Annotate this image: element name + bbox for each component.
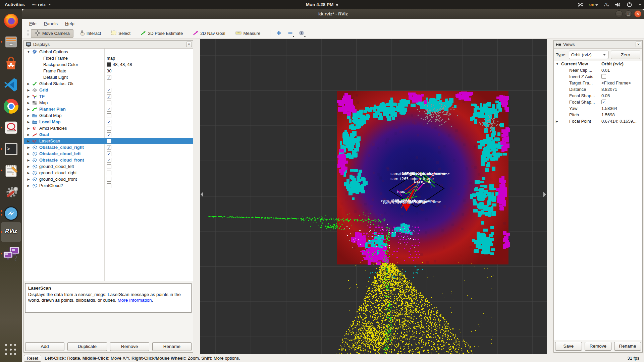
property-value[interactable]: 0.67414; 0.1659... (601, 119, 637, 124)
rename-button[interactable]: Rename (152, 342, 192, 351)
tool-eye-button[interactable] (297, 29, 307, 38)
property-value[interactable]: 1.58364 (601, 106, 617, 111)
close-button[interactable]: ✕ (634, 10, 641, 17)
visibility-checkbox[interactable] (107, 171, 111, 175)
remove-tool-minus-button[interactable] (285, 29, 295, 38)
display-row-fixed-frame[interactable]: Fixed Framemap (24, 55, 193, 61)
dock-item-firefox[interactable] (3, 12, 19, 28)
display-row-local-map[interactable]: ▶Local Map✓ (24, 119, 193, 125)
expander-icon[interactable]: ▼ (556, 62, 559, 66)
visibility-checkbox[interactable]: ✓ (107, 152, 111, 156)
indicator-zigzag-icon[interactable] (577, 2, 584, 7)
volume-icon[interactable] (615, 2, 621, 7)
property-checkbox[interactable]: ✓ (601, 100, 606, 104)
display-row-global-map[interactable]: ▶Global Map (24, 112, 193, 119)
dock-item-terminal[interactable]: >_ (3, 141, 19, 157)
expander-icon[interactable]: ▶ (26, 82, 31, 85)
view-row-distance[interactable]: Distance8.82071 (554, 87, 642, 93)
visibility-checkbox[interactable]: ✓ (107, 145, 111, 150)
add-tool-plus-button[interactable] (274, 29, 284, 38)
expander-icon[interactable]: ▶ (26, 178, 31, 181)
render-viewport-3d[interactable]: cam_t265_odom_framecam_t265_odom_frameca… (200, 39, 547, 354)
dock-item-files[interactable] (3, 34, 19, 50)
expander-icon[interactable]: ▶ (26, 127, 31, 130)
visibility-checkbox[interactable] (107, 126, 111, 131)
view-row-focal-point[interactable]: ▶Focal Point0.67414; 0.1659... (554, 119, 642, 125)
display-row-map[interactable]: ▶Map (24, 100, 193, 106)
view-row-focal-shap-[interactable]: Focal Shap...0.05 (554, 93, 642, 100)
display-row-global-options[interactable]: ▼Global Options (24, 49, 193, 55)
property-checkbox[interactable] (601, 74, 606, 79)
visibility-checkbox[interactable]: ✓ (107, 94, 111, 99)
view-type-dropdown[interactable]: Orbit (rviz) (569, 51, 608, 59)
display-row-amcl-particles[interactable]: ▶Amcl Particles (24, 125, 193, 131)
toolbar-grip[interactable] (27, 30, 29, 37)
visibility-checkbox[interactable] (107, 113, 111, 118)
visibility-checkbox[interactable] (107, 177, 111, 182)
minimize-button[interactable]: — (615, 10, 623, 17)
menu-panels[interactable]: Panels (41, 20, 61, 27)
visibility-checkbox[interactable] (107, 183, 111, 188)
property-value[interactable]: 1.5698 (601, 112, 615, 117)
view-row-current-view[interactable]: ▼Current ViewOrbit (rviz) (554, 61, 642, 68)
remove-button[interactable]: Remove (585, 342, 611, 351)
zero-button[interactable]: Zero (611, 51, 640, 59)
expander-icon[interactable]: ▶ (26, 95, 31, 98)
display-row-obstacle-cloud-left[interactable]: ▶Obstacle_cloud_left✓ (24, 150, 193, 157)
visibility-checkbox[interactable]: ✓ (107, 107, 111, 112)
tool-move-camera[interactable]: Move Camera (31, 29, 73, 38)
visibility-checkbox[interactable]: ✓ (107, 120, 111, 124)
add-button[interactable]: Add (25, 342, 64, 351)
expander-icon[interactable]: ▶ (26, 159, 31, 162)
dock-item-remmina[interactable] (3, 205, 19, 222)
clock[interactable]: Mon 4:28 PM (0, 2, 644, 7)
view-row-invert-z-axis[interactable]: Invert Z Axis (554, 74, 642, 80)
property-value[interactable]: Orbit (rviz) (601, 61, 624, 66)
visibility-checkbox[interactable]: ✓ (107, 132, 111, 137)
view-row-yaw[interactable]: Yaw1.58364 (554, 106, 642, 112)
dock-item-remote-viewer[interactable] (3, 246, 19, 262)
more-information-link[interactable]: More Information (117, 298, 152, 303)
reset-button[interactable]: Reset (24, 355, 41, 362)
views-close-icon[interactable]: ✕ (636, 42, 641, 47)
expander-icon[interactable]: ▼ (26, 50, 31, 54)
property-value[interactable]: 30 (107, 68, 111, 73)
dock-item-vscode[interactable] (3, 77, 19, 93)
maximize-button[interactable]: ▢ (625, 10, 632, 17)
visibility-checkbox[interactable] (107, 164, 111, 169)
visibility-checkbox[interactable]: ✓ (107, 88, 111, 93)
display-row-tf[interactable]: ▶TF✓ (24, 93, 193, 100)
window-title-bar[interactable]: kk.rviz* - RViz — ▢ ✕ (22, 9, 644, 19)
display-row-pointcloud2[interactable]: ▶PointCloud2 (24, 182, 193, 189)
expander-icon[interactable]: ▶ (26, 171, 31, 175)
remove-button[interactable]: Remove (110, 342, 149, 351)
display-row-planner-plan[interactable]: ▶Planner Plan✓ (24, 106, 193, 112)
view-row-pitch[interactable]: Pitch1.5698 (554, 112, 642, 119)
views-panel-header[interactable]: Views ✕ (554, 41, 642, 49)
expander-icon[interactable]: ▶ (26, 184, 31, 187)
dock-item-chrome[interactable] (3, 98, 19, 114)
display-row-ground-cloud-left[interactable]: ▶ground_cloud_left (24, 163, 193, 170)
save-button[interactable]: Save (555, 342, 582, 351)
display-row-background-color[interactable]: Background Color48; 48; 48 (24, 61, 193, 68)
display-row-obstacle-cloud-front[interactable]: ▶Obstacle_cloud_front✓ (24, 157, 193, 163)
property-value[interactable]: <Fixed Frame> (601, 80, 631, 85)
expander-icon[interactable]: ▶ (26, 152, 31, 156)
visibility-checkbox[interactable] (107, 139, 111, 143)
view-row-target-fra-[interactable]: Target Fra...<Fixed Frame> (554, 80, 642, 87)
display-row-grid[interactable]: ▶Grid✓ (24, 87, 193, 93)
display-row-laserscan[interactable]: ▶LaserScan (24, 138, 193, 144)
expander-icon[interactable]: ▶ (26, 88, 31, 92)
dock-item-rviz-active[interactable]: RViz (1, 222, 21, 242)
expander-icon[interactable]: ▶ (26, 120, 31, 124)
expander-icon[interactable]: ▶ (26, 108, 31, 111)
visibility-checkbox[interactable]: ✓ (107, 158, 111, 163)
view-row-near-clip-[interactable]: Near Clip ...0.01 (554, 68, 642, 74)
dock-item-text-editor[interactable] (3, 163, 19, 179)
expander-icon[interactable]: ▶ (26, 133, 31, 136)
tool-2d-pose-estimate[interactable]: 2D Pose Estimate (137, 29, 186, 38)
displays-panel-header[interactable]: Displays ✕ (24, 41, 193, 49)
expander-icon[interactable]: ▶ (556, 120, 558, 123)
display-row-default-light[interactable]: Default Light✓ (24, 74, 193, 80)
display-row-frame-rate[interactable]: Frame Rate30 (24, 68, 193, 74)
